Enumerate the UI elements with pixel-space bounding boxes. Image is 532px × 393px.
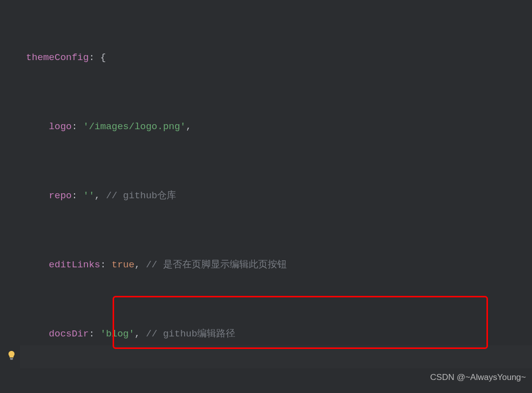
comment: // github仓库 (106, 184, 177, 207)
code-line: themeConfig: { (26, 46, 338, 69)
punctuation: : (72, 184, 83, 207)
string: '/images/logo.png' (83, 115, 186, 138)
property: repo (49, 184, 72, 207)
string: '' (83, 184, 95, 207)
svg-rect-0 (10, 358, 13, 359)
punctuation: , (186, 115, 191, 138)
punctuation: : { (89, 46, 106, 69)
code-line: editLinks: true, // 是否在页脚显示编辑此页按钮 (26, 253, 338, 276)
property: docsDir (49, 322, 89, 345)
punctuation: , (135, 322, 146, 345)
property: themeConfig (26, 46, 89, 69)
punctuation: : (100, 253, 112, 276)
punctuation: , (135, 253, 146, 276)
code-editor[interactable]: themeConfig: { logo: '/images/logo.png',… (26, 0, 338, 393)
code-line: docsDir: 'blog', // github编辑路径 (26, 322, 338, 345)
comment: // github编辑路径 (146, 322, 235, 345)
code-line: logo: '/images/logo.png', (26, 115, 338, 138)
code-line: repo: '', // github仓库 (26, 184, 338, 207)
watermark: CSDN @~AlwaysYoung~ (430, 366, 526, 389)
string: 'blog' (100, 322, 134, 345)
comment: // 是否在页脚显示编辑此页按钮 (146, 253, 286, 276)
lightbulb-icon[interactable] (7, 351, 16, 360)
punctuation: , (95, 184, 106, 207)
property: editLinks (49, 253, 101, 276)
svg-rect-1 (11, 359, 13, 360)
punctuation: : (89, 322, 100, 345)
editor-gutter (0, 0, 20, 393)
property: logo (49, 115, 72, 138)
boolean: true (112, 253, 135, 276)
punctuation: : (72, 115, 83, 138)
